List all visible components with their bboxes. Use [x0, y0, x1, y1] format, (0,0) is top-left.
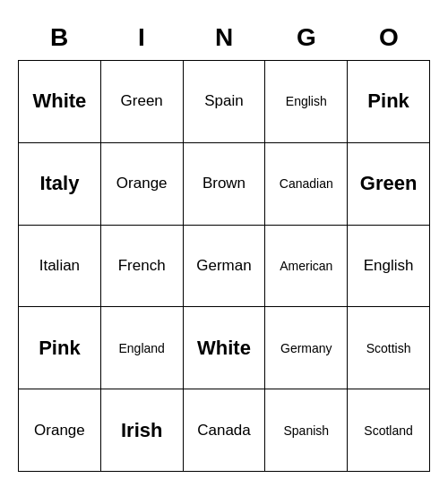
- header-letter-B: B: [18, 15, 100, 60]
- cell-3-2: White: [184, 307, 266, 389]
- cell-4-3: Spanish: [265, 389, 348, 472]
- cell-4-1: Irish: [101, 389, 184, 472]
- cell-4-0: Orange: [19, 389, 101, 472]
- cell-3-4: Scottish: [348, 307, 430, 389]
- cell-3-3: Germany: [265, 307, 348, 389]
- cell-3-1: England: [101, 307, 184, 389]
- cell-0-1: Green: [101, 61, 184, 143]
- cell-2-4: English: [348, 226, 430, 308]
- cell-0-3: English: [265, 61, 348, 143]
- cell-0-0: White: [19, 61, 101, 143]
- cell-2-3: American: [265, 226, 348, 308]
- header-letter-I: I: [100, 15, 183, 60]
- cell-2-1: French: [101, 226, 184, 308]
- cell-0-4: Pink: [348, 61, 430, 143]
- cell-4-2: Canada: [184, 389, 266, 472]
- cell-1-0: Italy: [19, 143, 101, 226]
- bingo-header: BINGO: [18, 15, 430, 60]
- cell-2-2: German: [184, 226, 266, 308]
- cell-1-1: Orange: [101, 143, 184, 226]
- bingo-card: BINGO WhiteGreenSpainEnglishPinkItalyOra…: [18, 15, 430, 472]
- cell-0-2: Spain: [184, 61, 266, 143]
- bingo-grid: WhiteGreenSpainEnglishPinkItalyOrangeBro…: [18, 60, 430, 472]
- cell-4-4: Scotland: [348, 389, 430, 472]
- cell-1-2: Brown: [184, 143, 266, 226]
- cell-1-4: Green: [348, 143, 430, 226]
- cell-3-0: Pink: [19, 307, 101, 389]
- cell-2-0: Italian: [19, 226, 101, 308]
- cell-1-3: Canadian: [265, 143, 348, 226]
- header-letter-N: N: [183, 15, 265, 60]
- header-letter-O: O: [348, 15, 430, 60]
- header-letter-G: G: [265, 15, 348, 60]
